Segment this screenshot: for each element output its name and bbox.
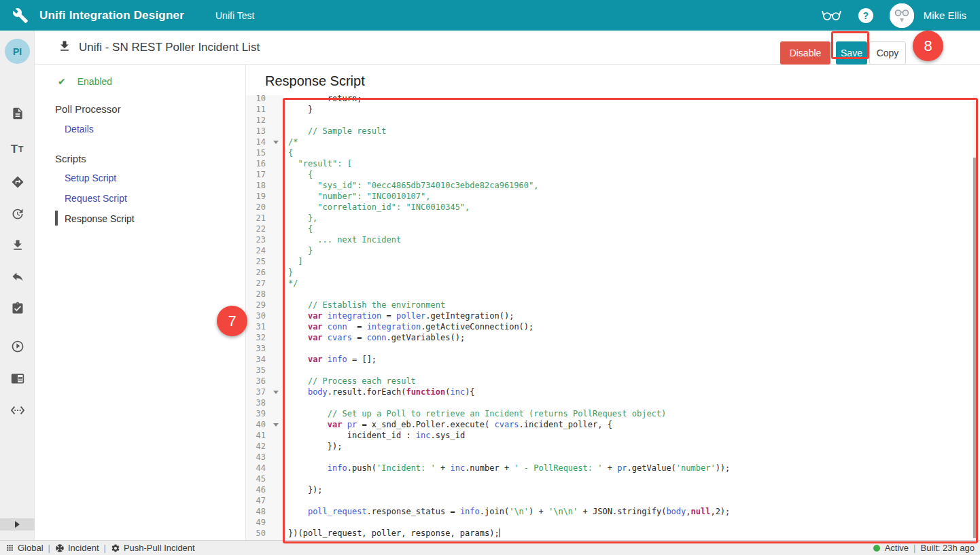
scrollbar-thumb[interactable]	[973, 158, 978, 538]
code-line[interactable]: 25 ]	[246, 256, 980, 267]
nav-heading-poll-processor: Poll Processor	[55, 103, 121, 115]
chevron-right-icon	[15, 521, 20, 528]
code-line[interactable]: 29 // Establish the environment	[246, 300, 980, 310]
code-line[interactable]: 20 "correlation_id": "INC0010345",	[246, 202, 980, 213]
main-content: Response Script 10 return;11 }1213 // Sa…	[246, 65, 980, 540]
code-line[interactable]: 32 var cvars = conn.getVariables();	[246, 332, 980, 343]
copy-button[interactable]: Copy	[869, 41, 906, 65]
code-text: "sys_id": "0ecc4865db734010c3ebde82ca961…	[283, 180, 980, 191]
code-line[interactable]: 30 var integration = poller.getIntegrati…	[246, 310, 980, 321]
code-line[interactable]: 10 return;	[246, 95, 980, 104]
application-item[interactable]: Incident	[55, 543, 99, 553]
code-line[interactable]: 33	[246, 343, 980, 354]
code-line[interactable]: 45	[246, 473, 980, 484]
fold-arrow-icon[interactable]	[273, 141, 279, 144]
pull-icon[interactable]	[58, 39, 71, 56]
code-line[interactable]: 23 ... next Incident	[246, 234, 980, 245]
line-number: 12	[246, 115, 283, 126]
process-item[interactable]: Push-Pull Incident	[111, 543, 195, 553]
code-line[interactable]: 26}	[246, 267, 980, 278]
code-line[interactable]: 17 {	[246, 169, 980, 180]
page-title: Response Script	[265, 73, 365, 89]
code-line[interactable]: 38	[246, 397, 980, 408]
code-text: var cvars = conn.getVariables();	[283, 332, 980, 343]
scope-item[interactable]: Global	[5, 543, 43, 553]
glasses-icon[interactable]	[821, 7, 842, 24]
status-bar: Global | Incident | Push-Pull Incident A…	[0, 540, 980, 555]
line-number: 30	[246, 310, 283, 321]
code-line[interactable]: 35	[246, 365, 980, 376]
nav-item-response-script[interactable]: Response Script	[65, 213, 135, 224]
code-line[interactable]: 14/*	[246, 137, 980, 147]
directions-icon[interactable]	[0, 174, 35, 190]
grid-icon	[5, 543, 14, 552]
undo-icon[interactable]	[0, 268, 35, 285]
code-line[interactable]: 34 var info = [];	[246, 354, 980, 365]
tasks-icon[interactable]	[0, 300, 35, 317]
code-line[interactable]: 42 });	[246, 441, 980, 452]
code-line[interactable]: 36 // Process each result	[246, 376, 980, 387]
history-icon[interactable]	[0, 206, 35, 222]
environment-label[interactable]: Unifi Test	[215, 10, 254, 21]
disable-button[interactable]: Disable	[780, 41, 830, 65]
record-toolbar: Unifi - SN REST Poller Incident List Dis…	[35, 31, 980, 65]
code-text	[283, 289, 980, 300]
expand-rail-button[interactable]	[0, 518, 35, 531]
code-line[interactable]: 39 // Set up a Poll to retrieve an Incid…	[246, 408, 980, 419]
code-line[interactable]: 12	[246, 115, 980, 126]
download-icon[interactable]	[0, 237, 35, 253]
line-number: 16	[246, 158, 283, 169]
nav-item-request-script[interactable]: Request Script	[65, 193, 127, 204]
line-number: 10	[246, 95, 283, 104]
fold-arrow-icon[interactable]	[273, 391, 279, 394]
code-line[interactable]: 22 {	[246, 223, 980, 234]
docs-icon[interactable]	[0, 370, 35, 387]
code-line[interactable]: 19 "number": "INC0010107",	[246, 191, 980, 202]
active-item-bar	[55, 211, 58, 226]
code-icon[interactable]	[0, 402, 35, 418]
line-number: 34	[246, 354, 283, 365]
code-line[interactable]: 37 body.result.forEach(function(inc){	[246, 387, 980, 397]
code-line[interactable]: 46 });	[246, 484, 980, 495]
code-text: return;	[283, 95, 980, 104]
code-line[interactable]: 50})(poll_request, poller, response, par…	[246, 528, 980, 539]
code-line[interactable]: 28	[246, 289, 980, 300]
code-editor[interactable]: 10 return;11 }1213 // Sample result14/*1…	[246, 95, 980, 540]
code-line[interactable]: 48 poll_request.response_status = info.j…	[246, 506, 980, 517]
code-line[interactable]: 41 incident_id : inc.sys_id	[246, 430, 980, 441]
code-line[interactable]: 15{	[246, 147, 980, 158]
user-avatar[interactable]	[890, 3, 914, 28]
code-line[interactable]: 16 "result": [	[246, 158, 980, 169]
code-line[interactable]: 49	[246, 517, 980, 528]
code-text: "result": [	[283, 158, 980, 169]
line-number: 18	[246, 180, 283, 191]
code-line[interactable]: 27*/	[246, 278, 980, 289]
nav-item-details[interactable]: Details	[65, 124, 94, 135]
text-format-icon[interactable]: TT	[0, 141, 35, 158]
integration-avatar[interactable]: PI	[5, 39, 30, 64]
code-line[interactable]: 40 var pr = x_snd_eb.Poller.execute( cva…	[246, 419, 980, 430]
save-button[interactable]: Save	[836, 41, 867, 65]
code-line[interactable]: 44 info.push('Incident: ' + inc.number +…	[246, 463, 980, 473]
play-icon[interactable]	[0, 338, 35, 355]
code-line[interactable]: 31 var conn = integration.getActiveConne…	[246, 321, 980, 332]
line-number: 17	[246, 169, 283, 180]
wrench-icon[interactable]	[12, 7, 29, 24]
code-text: "number": "INC0010107",	[283, 191, 980, 202]
code-text	[283, 473, 980, 484]
code-line[interactable]: 13 // Sample result	[246, 126, 980, 137]
code-text: ... next Incident	[283, 234, 980, 245]
code-line[interactable]: 43	[246, 452, 980, 463]
help-icon[interactable]: ?	[858, 8, 873, 23]
code-line[interactable]: 47	[246, 495, 980, 506]
file-icon[interactable]	[0, 105, 35, 122]
line-number: 29	[246, 300, 283, 310]
user-name[interactable]: Mike Ellis	[924, 10, 966, 21]
nav-item-setup-script[interactable]: Setup Script	[65, 173, 116, 183]
code-line[interactable]: 24 }	[246, 245, 980, 256]
enabled-status[interactable]: ✔ Enabled	[58, 76, 112, 87]
code-line[interactable]: 18 "sys_id": "0ecc4865db734010c3ebde82ca…	[246, 180, 980, 191]
fold-arrow-icon[interactable]	[273, 423, 279, 427]
code-line[interactable]: 11 }	[246, 104, 980, 115]
code-line[interactable]: 21 },	[246, 213, 980, 223]
